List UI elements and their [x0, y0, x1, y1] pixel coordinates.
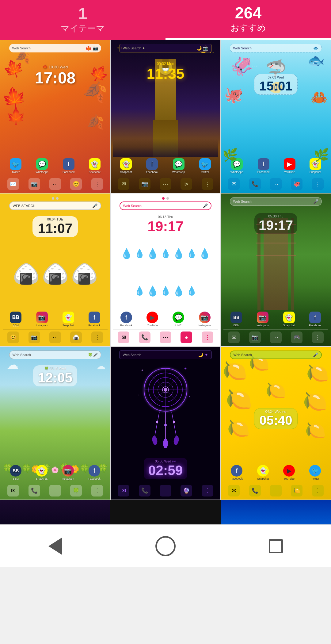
dream-search-bar[interactable]: Web Search 🌙 ✦: [120, 351, 212, 359]
dream-catcher: ✦ ✦ ✦ ✦: [113, 359, 218, 458]
clover-clock: 12:05: [38, 370, 73, 385]
autumn-search-text: Web Search: [12, 46, 31, 50]
lemon-clock: 05:40: [259, 413, 292, 427]
autumn-clock: 17:08: [35, 69, 76, 87]
svg-point-14: [163, 439, 168, 448]
ocean-search-text: Web Search: [233, 46, 252, 50]
yellow-search-text: WEB SEARCH: [13, 204, 36, 208]
drops-clock: 19:17: [147, 219, 184, 234]
autumn-time: 🍁 10.30 Wed 17:08: [35, 65, 76, 87]
clover-search-bar[interactable]: Web Search 🍀 🎤: [9, 351, 101, 359]
theme-card-yellow[interactable]: WEB SEARCH 🎤 06.04 TUE 11:07 🍙 🍙 🍙 BB BB…: [0, 193, 110, 347]
nav-back-button[interactable]: [43, 534, 67, 558]
app-facebook-d[interactable]: f Facebook: [120, 312, 132, 327]
dream-clock: 02:59: [148, 463, 183, 478]
yellow-food: 🍙 🍙 🍙: [13, 237, 98, 310]
app-youtube-lem[interactable]: ▶ YouTube: [283, 465, 295, 480]
yellow-dock: 😊 📷 ⋯ 🍙 ⋮: [3, 329, 108, 344]
svg-text:✦: ✦: [184, 366, 187, 371]
svg-point-13: [152, 435, 158, 445]
app-snapchat-b[interactable]: 👻 Snapchat: [283, 312, 295, 327]
app-instagram-d[interactable]: 📷 Instagram: [199, 312, 211, 327]
ocean-time: 07.03 Wed 15:01: [254, 74, 297, 95]
partial-card-1[interactable]: [0, 500, 110, 524]
app-instagram-b[interactable]: 📷 Instagram: [257, 312, 269, 327]
theme-card-autumn[interactable]: 🍁 🍂 🍁 🍁 🍂 🍁 🍂 Web Search 🍁 📷 🍁 10.30 Wed…: [0, 40, 110, 193]
london-search-bar[interactable]: Web Search ✦ 🌙 📷: [120, 44, 212, 52]
theme-card-clover[interactable]: Web Search 🍀 🎤 ☁ ☁ 🍀 🌸 🍀 🌼 🍀 🌸 🍀 🌼 🍀 🌸 🍀…: [0, 347, 110, 500]
ocean-icon-row: 💬 WhatsApp f Facebook ▶ YouTube 👻 Snapch…: [223, 157, 328, 175]
app-facebook-o[interactable]: f Facebook: [257, 158, 270, 174]
theme-card-dream[interactable]: Web Search 🌙 ✦: [110, 347, 221, 500]
app-facebook[interactable]: f Facebook: [63, 158, 75, 174]
svg-text:✦: ✦: [188, 395, 191, 398]
bridge-clock: 19:17: [259, 218, 293, 233]
lemon-search-bar[interactable]: Web Search 🎤: [230, 351, 322, 359]
svg-line-12: [172, 412, 176, 436]
autumn-icon-row: 🐦 Twitter 💬 WhatsApp f Facebook 👻 Snapch…: [3, 157, 108, 175]
app-bbm[interactable]: BB BBM: [10, 312, 21, 327]
app-bbm-b[interactable]: BB BBM: [230, 312, 242, 327]
autumn-search-bar[interactable]: Web Search 🍁 📷: [9, 44, 101, 52]
nav-home-button[interactable]: [153, 534, 178, 558]
theme-card-lemon[interactable]: Web Search 🎤 🍋 🍋 🍋 🍋 🍋 🍋 🍋 🍋 04.24 Wed P…: [221, 347, 331, 500]
lemon-icon-row: f Facebook 👻 Snapchat ▶ YouTube 🐦 Twitte…: [223, 464, 328, 481]
yellow-search-bar[interactable]: WEB SEARCH 🎤: [9, 201, 101, 210]
app-facebook-b[interactable]: f Facebook: [309, 312, 321, 327]
app-instagram-c[interactable]: 📷 Instagram: [62, 465, 74, 480]
drops-container: 💧 💧 💧 💧 💧 💧 💧 💧 💧 💧 💧 💧: [113, 234, 218, 310]
app-youtube-d[interactable]: ▶ YouTube: [146, 312, 158, 327]
theme-card-bridge[interactable]: Web Search 🎤 05.30 Thu 19:17 BB BBM 📷 In…: [221, 193, 331, 347]
drops-icon-row: f Facebook ▶ YouTube 💬 LINE 📷 Instagram: [113, 310, 218, 328]
dream-search-text: Web Search: [123, 353, 141, 357]
app-instagram[interactable]: 📷 Instagram: [36, 312, 48, 327]
app-line[interactable]: 💬 LINE: [173, 312, 184, 327]
bridge-icon-row: BB BBM 📷 Instagram 👻 Snapchat f Facebook: [223, 310, 328, 328]
clover-icon-row: BB BBM 👻 Snapchat 📷 Instagram f Facebook: [3, 464, 108, 481]
tab-mine-label: マイテーマ: [61, 23, 105, 34]
app-bbm-c[interactable]: BB BBM: [10, 465, 21, 480]
yellow-icon-row: BB BBM 📷 Instagram 👻 Snapchat f Facebook: [3, 310, 108, 328]
tab-recommend[interactable]: 264 おすすめ: [166, 0, 331, 40]
app-whatsapp-l[interactable]: 💬 WhatsApp: [172, 158, 185, 174]
bridge-search-text: Web Search: [233, 200, 252, 203]
svg-text:✦: ✦: [138, 394, 140, 397]
drops-dock: ✉ 📞 ⋯ ● ⋮: [113, 329, 218, 344]
app-snapchat[interactable]: 👻 Snapchat: [89, 158, 101, 174]
london-dock: ✉ 📷 ⋯ ⊳ ⋮: [113, 176, 218, 190]
nav-recents-button[interactable]: [264, 534, 288, 558]
app-facebook-y[interactable]: f Facebook: [88, 312, 101, 327]
ocean-search-bar[interactable]: Web Search 🐟: [230, 44, 322, 52]
clover-search-text: Web Search: [13, 353, 31, 357]
app-snapchat-y[interactable]: 👻 Snapchat: [63, 312, 74, 327]
app-whatsapp[interactable]: 💬 WhatsApp: [36, 158, 48, 174]
drops-search-bar[interactable]: Web Search 🎤: [120, 201, 212, 210]
app-twitter-lem[interactable]: 🐦 Twitter: [309, 465, 321, 480]
tab-mine[interactable]: 1 マイテーマ: [0, 0, 166, 40]
app-facebook-lem[interactable]: f Facebook: [231, 465, 243, 480]
app-snapchat-c[interactable]: 👻 Snapchat: [36, 465, 48, 480]
tab-recommend-label: おすすめ: [230, 22, 266, 34]
svg-point-17: [164, 424, 167, 426]
app-snapchat-l[interactable]: 👻 Snapchat: [120, 158, 132, 174]
ocean-dock: ✉ 📞 ⋯ 🐙 ⋮: [223, 176, 328, 190]
app-snapchat-lem[interactable]: 👻 Snapchat: [257, 465, 269, 480]
autumn-dock: ✉️ 📷 ⋯ 😊 ⋮: [3, 176, 108, 190]
app-youtube-o[interactable]: ▶ YouTube: [284, 158, 295, 174]
lemon-time: 04.24 Wed PM 05:40: [254, 408, 297, 429]
theme-card-ocean[interactable]: Web Search 🐟 🦑 🐟 🦈 🐙 🦀 🐠 ○ ○ ○ 07.03 Wed…: [221, 40, 331, 193]
partial-card-2: [110, 500, 221, 524]
partial-card-3: [221, 500, 331, 524]
app-facebook-c[interactable]: f Facebook: [88, 465, 101, 480]
app-facebook-l[interactable]: f Facebook: [146, 158, 158, 174]
theme-card-london[interactable]: ✦ ✦ ✦ ✦ ✦ 🌙 Web Search ✦ 🌙 📷 🕐 09.02: [110, 40, 221, 193]
theme-card-drops[interactable]: Web Search 🎤 06.13 Thu 19:17 💧 💧 💧 💧 💧 💧…: [110, 193, 221, 347]
app-twitter[interactable]: 🐦 Twitter: [10, 158, 21, 174]
london-bigben: 🕐 09.02 Mon 11:35: [113, 52, 218, 157]
bridge-search-bar[interactable]: Web Search 🎤: [230, 197, 322, 206]
drops-time: 06.13 Thu 19:17: [147, 215, 184, 234]
london-clock: 11:35: [147, 66, 185, 82]
app-twitter-l[interactable]: 🐦 Twitter: [199, 158, 211, 174]
drops-search-text: Web Search: [123, 204, 142, 208]
header: 1 マイテーマ 264 おすすめ: [0, 0, 331, 40]
